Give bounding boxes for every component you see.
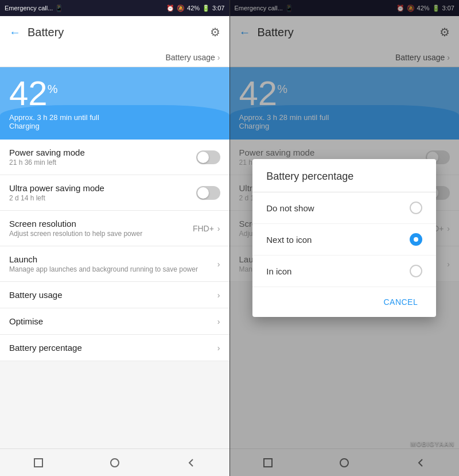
settings-item-battery-usage[interactable]: Battery usage › (0, 282, 230, 308)
sim-icon-left: 📱 (55, 5, 63, 12)
dialog-option-in-icon[interactable]: In icon (252, 256, 436, 287)
emergency-call-left: Emergency call... (5, 5, 53, 11)
ultra-power-toggle[interactable] (196, 186, 220, 200)
settings-item-ultra-power[interactable]: Ultra power saving mode 2 d 14 h left (0, 175, 230, 211)
launch-sub: Manage app launches and background runni… (9, 265, 217, 273)
dialog-title: Battery percentage (252, 159, 436, 192)
optimise-title: Optimise (9, 316, 217, 326)
battery-level-left: 42% Approx. 3 h 28 min until full Chargi… (0, 67, 230, 140)
page-title-left: Battery (28, 26, 203, 39)
launch-left: Launch Manage app launches and backgroun… (9, 254, 217, 273)
left-panel: Emergency call... 📱 ⏰ 🔕 42% 🔋 3:07 ← Bat… (0, 0, 230, 476)
next-to-icon-label: Next to icon (266, 235, 312, 245)
launch-chevron: › (217, 260, 220, 269)
battery-pct-chevron: › (217, 343, 220, 353)
battery-usage-chevron: › (217, 291, 220, 300)
battery-pct-left: Battery percentage (9, 343, 217, 353)
settings-item-optimise[interactable]: Optimise › (0, 308, 230, 335)
status-bar-left: Emergency call... 📱 ⏰ 🔕 42% 🔋 3:07 (0, 0, 230, 16)
settings-item-launch[interactable]: Launch Manage app launches and backgroun… (0, 246, 230, 282)
battery-percent-symbol-left: % (48, 83, 58, 95)
status-right-left: ⏰ 🔕 42% 🔋 3:07 (166, 5, 224, 12)
next-to-icon-radio[interactable] (410, 233, 422, 246)
battery-value-left: 42 (9, 74, 48, 113)
back-nav-btn[interactable] (182, 454, 200, 471)
battery-usage-title: Battery usage (9, 290, 217, 300)
cancel-button[interactable]: CANCEL (374, 292, 427, 312)
square-nav-btn[interactable] (30, 454, 47, 471)
battery-usage-link-left[interactable]: Battery usage › (0, 48, 230, 67)
status-left: Emergency call... 📱 (5, 5, 63, 12)
mute-icon-left: 🔕 (177, 5, 185, 12)
time-left: 3:07 (212, 5, 224, 11)
settings-list-left: Power saving mode 21 h 36 min left Ultra… (0, 140, 230, 448)
optimise-chevron: › (217, 317, 220, 326)
battery-usage-left: Battery usage (9, 290, 217, 300)
back-button-left[interactable]: ← (9, 26, 21, 39)
do-not-show-radio[interactable] (410, 202, 422, 214)
alarm-icon-left: ⏰ (166, 5, 174, 12)
screen-res-chevron: › (217, 224, 220, 233)
battery-percent-left: 42% (187, 5, 200, 11)
settings-item-screen-res[interactable]: Screen resolution Adjust screen resoluti… (0, 211, 230, 246)
settings-icon-left[interactable]: ⚙ (210, 25, 220, 39)
dialog-overlay: Battery percentage Do not show Next to i… (230, 0, 460, 476)
battery-charging-left: Charging (9, 122, 220, 130)
settings-item-power-saving[interactable]: Power saving mode 21 h 36 min left (0, 140, 230, 175)
settings-item-battery-pct[interactable]: Battery percentage › (0, 335, 230, 361)
nav-bar-left (0, 448, 230, 476)
screen-res-value: FHD+ (193, 224, 214, 233)
battery-usage-right: › (217, 291, 220, 300)
power-saving-title: Power saving mode (9, 148, 196, 157)
ultra-power-title: Ultra power saving mode (9, 183, 196, 193)
optimise-right: › (217, 317, 220, 326)
header-left: ← Battery ⚙ (0, 16, 230, 48)
screen-res-right: FHD+ › (193, 224, 220, 233)
dialog-actions: CANCEL (252, 287, 436, 317)
battery-pct-title: Battery percentage (9, 343, 217, 353)
power-saving-sub: 21 h 36 min left (9, 158, 196, 167)
circle-nav-btn[interactable] (106, 454, 123, 471)
svg-point-3 (111, 459, 119, 467)
dialog-option-do-not-show[interactable]: Do not show (252, 192, 436, 224)
in-icon-radio[interactable] (410, 265, 422, 277)
launch-title: Launch (9, 254, 217, 264)
battery-number-left: 42% (9, 74, 58, 113)
ultra-power-sub: 2 d 14 h left (9, 194, 196, 202)
do-not-show-label: Do not show (266, 203, 314, 213)
dialog-option-next-to-icon[interactable]: Next to icon (252, 224, 436, 256)
battery-pct-right: › (217, 343, 220, 353)
screen-res-left: Screen resolution Adjust screen resoluti… (9, 219, 193, 238)
ultra-power-left: Ultra power saving mode 2 d 14 h left (9, 183, 196, 202)
optimise-left: Optimise (9, 316, 217, 326)
chevron-icon-left: › (217, 53, 220, 62)
battery-percentage-dialog: Battery percentage Do not show Next to i… (252, 159, 436, 317)
power-saving-left: Power saving mode 21 h 36 min left (9, 148, 196, 167)
launch-right: › (217, 260, 220, 269)
screen-res-sub: Adjust screen resolution to help save po… (9, 230, 193, 238)
battery-icon-left: 🔋 (202, 5, 210, 12)
power-saving-toggle[interactable] (196, 150, 220, 164)
svg-rect-2 (34, 459, 42, 467)
battery-time-left: Approx. 3 h 28 min until full (9, 113, 220, 122)
battery-usage-label-left: Battery usage (165, 53, 215, 62)
screen-res-title: Screen resolution (9, 219, 193, 229)
right-panel: Emergency call... 📱 ⏰ 🔕 42% 🔋 3:07 ← Bat… (230, 0, 460, 476)
in-icon-label: In icon (266, 266, 291, 276)
